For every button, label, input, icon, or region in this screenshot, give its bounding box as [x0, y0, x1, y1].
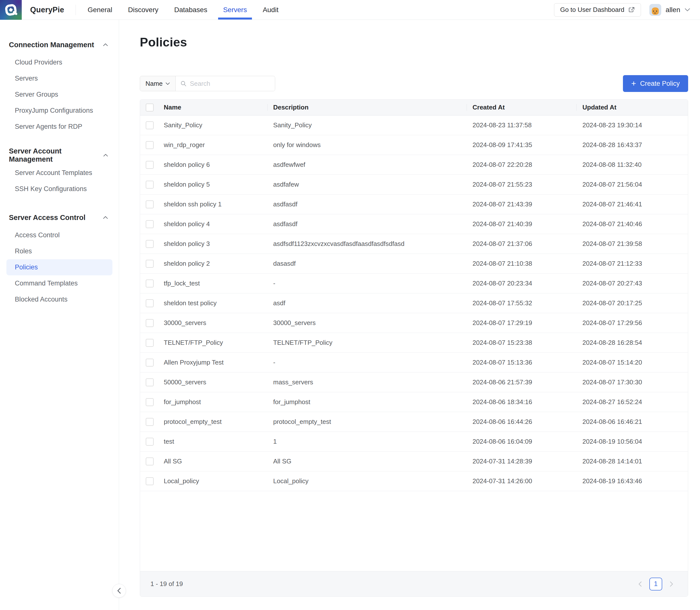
row-checkbox[interactable] [146, 141, 154, 149]
sidebar-item-server-agents-for-rdp[interactable]: Server Agents for RDP [6, 119, 112, 135]
row-checkbox-cell [140, 155, 164, 175]
table-row[interactable]: sheldon policy 3asdfsdf1123zxcvzxcvasdfa… [140, 234, 688, 254]
row-checkbox[interactable] [146, 181, 154, 189]
chevron-down-icon [685, 8, 690, 12]
table-row[interactable]: TELNET/FTP_PolicyTELNET/FTP_Policy2024-0… [140, 333, 688, 353]
row-checkbox-cell [140, 293, 164, 313]
row-checkbox[interactable] [146, 319, 154, 327]
table-row[interactable]: Local_policyLocal_policy2024-07-31 14:26… [140, 471, 688, 491]
row-checkbox[interactable] [146, 418, 154, 426]
created-at: 2024-08-07 21:43:39 [467, 200, 577, 208]
updated-at: 2024-08-27 16:52:24 [577, 398, 688, 406]
row-checkbox-cell [140, 313, 164, 333]
sidebar-item-cloud-providers[interactable]: Cloud Providers [6, 54, 112, 70]
search-icon [181, 80, 186, 87]
table-row[interactable]: protocol_empty_testprotocol_empty_test20… [140, 412, 688, 432]
table-row[interactable]: Allen Proxyjump Test-2024-08-07 15:13:36… [140, 353, 688, 372]
sidebar-item-policies[interactable]: Policies [6, 259, 112, 275]
sidebar-section-header-server-account-management[interactable]: Server Account Management [0, 149, 119, 161]
previous-page-button[interactable] [638, 581, 642, 587]
created-at: 2024-08-06 16:44:26 [467, 418, 577, 426]
sidebar-section-connection-management: Connection ManagementCloud ProvidersServ… [0, 38, 119, 135]
user-menu[interactable]: allen [649, 4, 690, 16]
column-header-created-at: Created At [467, 100, 577, 115]
row-checkbox[interactable] [146, 161, 154, 169]
table-row[interactable]: sheldon policy 4asdfasdf2024-08-07 21:40… [140, 214, 688, 234]
sidebar-item-command-templates[interactable]: Command Templates [6, 275, 112, 291]
row-checkbox[interactable] [146, 240, 154, 248]
policy-description: asdfsdf1123zxcvzxcvasdfasdfaasdfasdfsdfa… [267, 240, 467, 248]
row-checkbox[interactable] [146, 398, 154, 406]
policy-description: Local_policy [267, 477, 467, 485]
table-row[interactable]: 30000_servers30000_servers2024-08-07 17:… [140, 313, 688, 333]
row-checkbox[interactable] [146, 220, 154, 228]
table-row[interactable]: sheldon test policyasdf2024-08-07 17:55:… [140, 293, 688, 313]
table-row[interactable]: Sanity_PolicySanity_Policy2024-08-23 11:… [140, 115, 688, 135]
sidebar-item-roles[interactable]: Roles [6, 243, 112, 259]
row-checkbox[interactable] [146, 339, 154, 347]
tab-databases[interactable]: Databases [171, 0, 211, 19]
tab-discovery[interactable]: Discovery [124, 0, 162, 19]
row-checkbox[interactable] [146, 458, 154, 465]
table-row[interactable]: All SGAll SG2024-07-31 14:28:392024-08-2… [140, 452, 688, 471]
policy-description: asdfewfwef [267, 161, 467, 168]
select-all-checkbox[interactable] [146, 103, 154, 111]
next-page-button[interactable] [670, 581, 673, 587]
row-checkbox[interactable] [146, 299, 154, 307]
policy-name: Sanity_Policy [164, 122, 267, 129]
row-checkbox-cell [140, 471, 164, 491]
user-name: allen [666, 6, 680, 14]
updated-at: 2024-08-07 15:14:20 [577, 359, 688, 366]
sidebar-section-header-server-access-control[interactable]: Server Access Control [0, 211, 119, 224]
tab-audit[interactable]: Audit [259, 0, 282, 19]
table-row[interactable]: 50000_serversmass_servers2024-08-06 21:5… [140, 372, 688, 392]
updated-at: 2024-08-28 16:28:54 [577, 339, 688, 347]
sidebar-item-server-groups[interactable]: Server Groups [6, 86, 112, 102]
row-checkbox[interactable] [146, 122, 154, 129]
sidebar-collapse-button[interactable] [112, 584, 126, 598]
table-row[interactable]: sheldon policy 5asdfafew2024-08-07 21:55… [140, 175, 688, 194]
create-policy-button[interactable]: + Create Policy [623, 75, 688, 92]
sidebar-item-server-account-templates[interactable]: Server Account Templates [6, 165, 112, 181]
sidebar-section-title: Connection Management [9, 41, 94, 49]
row-checkbox[interactable] [146, 438, 154, 446]
sidebar-item-proxyjump-configurations[interactable]: ProxyJump Configurations [6, 102, 112, 119]
filter-field-select[interactable]: Name [140, 76, 176, 91]
row-checkbox[interactable] [146, 279, 154, 287]
row-checkbox[interactable] [146, 200, 154, 208]
row-checkbox[interactable] [146, 379, 154, 386]
tab-servers[interactable]: Servers [220, 0, 250, 19]
table-row[interactable]: sheldon policy 6asdfewfwef2024-08-07 22:… [140, 155, 688, 175]
table-row[interactable]: win_rdp_rogeronly for windows2024-08-09 … [140, 135, 688, 155]
row-checkbox[interactable] [146, 359, 154, 367]
sidebar-item-ssh-key-configurations[interactable]: SSH Key Configurations [6, 181, 112, 197]
policy-name: test [164, 438, 267, 445]
sidebar-section-header-connection-management[interactable]: Connection Management [0, 38, 119, 51]
created-at: 2024-08-06 21:57:39 [467, 379, 577, 386]
table-row[interactable]: for_jumphostfor_jumphost2024-08-06 18:34… [140, 392, 688, 412]
sidebar-item-servers[interactable]: Servers [6, 70, 112, 86]
header-checkbox-cell [140, 100, 164, 115]
policy-description: Sanity_Policy [267, 122, 467, 129]
sidebar-item-access-control[interactable]: Access Control [6, 227, 112, 243]
column-header-name: Name [164, 100, 267, 115]
page-number-button[interactable]: 1 [649, 578, 662, 591]
row-checkbox[interactable] [146, 260, 154, 268]
policy-description: mass_servers [267, 379, 467, 386]
table-row[interactable]: test12024-08-06 16:04:092024-08-19 10:56… [140, 432, 688, 452]
tab-general[interactable]: General [84, 0, 116, 19]
updated-at: 2024-08-28 16:43:37 [577, 141, 688, 149]
querypie-logo[interactable] [0, 0, 22, 20]
plus-icon: + [631, 79, 636, 87]
search-input[interactable] [190, 80, 270, 87]
table-row[interactable]: sheldon policy 2dasasdf2024-08-07 21:10:… [140, 254, 688, 274]
go-to-user-dashboard-button[interactable]: Go to User Dashboard [554, 3, 641, 17]
table-row[interactable]: tfp_lock_test-2024-08-07 20:23:342024-08… [140, 274, 688, 293]
updated-at: 2024-08-07 17:30:30 [577, 379, 688, 386]
policy-description: 30000_servers [267, 319, 467, 327]
table-row[interactable]: sheldon ssh policy 1asdfasdf2024-08-07 2… [140, 194, 688, 214]
policy-name: TELNET/FTP_Policy [164, 339, 267, 347]
row-checkbox[interactable] [146, 477, 154, 485]
policy-name: sheldon policy 4 [164, 220, 267, 228]
sidebar-item-blocked-accounts[interactable]: Blocked Accounts [6, 291, 112, 307]
